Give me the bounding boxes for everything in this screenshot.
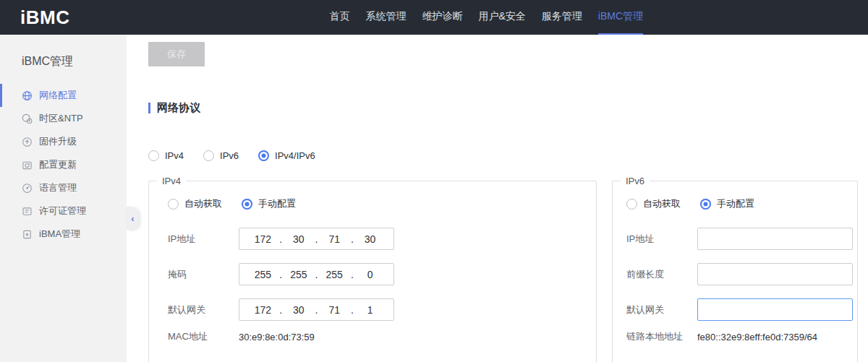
octet[interactable]: 255 <box>286 269 310 280</box>
octet-separator: . <box>275 304 286 316</box>
nav-item-maintenance[interactable]: 维护诊断 <box>422 0 462 35</box>
radio-ipv4[interactable]: IPv4 <box>148 150 184 161</box>
octet-separator: . <box>346 233 358 245</box>
ipv4-auto-radio[interactable]: 自动获取 <box>168 197 222 210</box>
network-icon <box>22 90 33 101</box>
ipv4-panel-legend: IPv4 <box>157 176 186 186</box>
nav-item-home[interactable]: 首页 <box>329 0 349 35</box>
top-nav-menu: 首页 系统管理 维护诊断 用户&安全 服务管理 iBMC管理 <box>321 0 651 35</box>
sidebar-item-language-management[interactable]: 语言管理 <box>0 176 127 199</box>
octet[interactable]: 30 <box>358 233 382 245</box>
octet-separator: . <box>275 233 286 245</box>
section-header: 网络协议 <box>148 101 868 115</box>
ipv4-mask-row: 掩码 255 . 255 . 255 . 0 <box>168 263 596 285</box>
language-icon <box>22 183 33 194</box>
ipv6-prefix-row: 前缀长度 <box>626 263 857 285</box>
sidebar-item-firmware-upgrade[interactable]: 固件升级 <box>0 130 127 153</box>
radio-circle-icon[interactable] <box>203 150 214 161</box>
sidebar-item-label: 固件升级 <box>39 135 77 148</box>
octet[interactable]: 255 <box>251 269 275 280</box>
ipv6-gateway-row: 默认网关 <box>626 298 857 321</box>
sidebar-item-ibma-management[interactable]: iBMA管理 <box>0 223 127 246</box>
radio-ipv6[interactable]: IPv6 <box>203 150 239 161</box>
nav-item-user-security[interactable]: 用户&安全 <box>478 0 525 35</box>
ipv6-manual-label: 手动配置 <box>717 197 754 210</box>
ipv4-gateway-input[interactable]: 172 . 30 . 71 . 1 <box>239 298 394 321</box>
sidebar-menu: 网络配置 时区&NTP 固件升级 <box>0 84 127 246</box>
ipv6-link-local-row: 链路本地地址 fe80::32e9:8eff:fe0d:7359/64 <box>626 330 857 343</box>
ipv4-mac-row: MAC地址 30:e9:8e:0d:73:59 <box>168 330 596 343</box>
timezone-icon <box>22 113 33 124</box>
octet-separator: . <box>346 269 358 280</box>
protocol-panels: IPv4 自动获取 手动配置 IP地址 <box>148 181 868 362</box>
sidebar-item-license-management[interactable]: 许可证管理 <box>0 199 127 223</box>
octet[interactable]: 255 <box>323 269 346 280</box>
ipv6-link-local-value: fe80::32e9:8eff:fe0d:7359/64 <box>697 332 817 342</box>
ipv4-mask-label: 掩码 <box>168 268 239 281</box>
radio-circle-checked-icon[interactable] <box>258 150 269 161</box>
radio-circle-checked-icon[interactable] <box>242 199 252 210</box>
octet[interactable]: 30 <box>286 233 310 245</box>
ipv4-mode-radio-group: 自动获取 手动配置 <box>168 197 596 210</box>
firmware-upgrade-icon <box>22 137 33 147</box>
octet[interactable]: 0 <box>358 269 382 280</box>
sidebar-collapse-button[interactable]: ‹ <box>127 207 139 230</box>
ipv4-gateway-row: 默认网关 172 . 30 . 71 . 1 <box>168 298 596 321</box>
ipv6-gateway-label: 默认网关 <box>626 303 697 316</box>
sidebar-item-label: 许可证管理 <box>39 204 86 217</box>
ipv6-ip-row: IP地址 <box>626 228 857 250</box>
ipv6-mode-radio-group: 自动获取 手动配置 <box>626 197 857 210</box>
ipv6-prefix-label: 前缀长度 <box>626 268 697 281</box>
octet[interactable]: 172 <box>251 233 275 245</box>
ipv4-manual-radio[interactable]: 手动配置 <box>242 197 296 210</box>
radio-ipv4-ipv6[interactable]: IPv4/IPv6 <box>258 150 315 161</box>
sidebar-item-label: 语言管理 <box>39 181 77 194</box>
octet-separator: . <box>310 304 322 316</box>
octet-separator: . <box>310 269 322 280</box>
ipv4-gateway-label: 默认网关 <box>168 303 239 316</box>
sidebar-title: iBMC管理 <box>0 35 127 69</box>
main-content: 保存 网络协议 IPv4 IPv6 IPv4/IPv6 IPv4 <box>127 35 868 362</box>
sidebar-item-network-config[interactable]: 网络配置 <box>0 84 127 107</box>
ipv4-mac-label: MAC地址 <box>168 330 239 343</box>
sidebar-item-timezone-ntp[interactable]: 时区&NTP <box>0 107 127 130</box>
radio-circle-icon[interactable] <box>626 199 637 210</box>
radio-circle-checked-icon[interactable] <box>700 199 711 210</box>
ipv4-mac-value: 30:e9:8e:0d:73:59 <box>239 332 315 342</box>
nav-item-system[interactable]: 系统管理 <box>365 0 406 35</box>
octet[interactable]: 71 <box>323 304 346 316</box>
brand-logo: iBMC <box>20 7 69 29</box>
ipv6-link-local-label: 链路本地地址 <box>626 330 697 343</box>
octet-separator: . <box>275 269 286 280</box>
ipv6-ip-input[interactable] <box>697 228 853 250</box>
ipv6-auto-radio[interactable]: 自动获取 <box>626 197 681 210</box>
license-icon <box>22 206 33 217</box>
radio-ipv4-label: IPv4 <box>165 150 184 161</box>
sidebar-item-config-update[interactable]: 配置更新 <box>0 153 127 176</box>
octet-separator: . <box>310 233 322 245</box>
ibma-icon <box>22 229 33 240</box>
sidebar-item-label: iBMA管理 <box>39 228 80 241</box>
octet[interactable]: 30 <box>286 304 310 316</box>
sidebar-item-label: 时区&NTP <box>39 112 83 125</box>
ipv4-ip-input[interactable]: 172 . 30 . 71 . 30 <box>239 228 394 250</box>
ipv4-mask-input[interactable]: 255 . 255 . 255 . 0 <box>239 263 394 285</box>
ipv6-auto-label: 自动获取 <box>643 197 681 210</box>
radio-ipv6-label: IPv6 <box>220 150 239 161</box>
ipv6-manual-radio[interactable]: 手动配置 <box>700 197 754 210</box>
octet[interactable]: 1 <box>358 304 382 316</box>
radio-circle-icon[interactable] <box>168 199 179 210</box>
ipv4-auto-label: 自动获取 <box>184 197 222 210</box>
ipv6-ip-label: IP地址 <box>626 233 697 246</box>
nav-item-ibmc-management[interactable]: iBMC管理 <box>598 0 643 35</box>
ipv4-panel: IPv4 自动获取 手动配置 IP地址 <box>148 181 597 362</box>
save-button[interactable]: 保存 <box>148 42 205 66</box>
ipv6-prefix-input[interactable] <box>697 263 853 285</box>
nav-item-services[interactable]: 服务管理 <box>542 0 582 35</box>
ipv4-manual-label: 手动配置 <box>258 197 296 210</box>
octet[interactable]: 71 <box>323 233 346 245</box>
config-update-icon <box>22 160 33 171</box>
octet[interactable]: 172 <box>251 304 275 316</box>
ipv6-gateway-input[interactable] <box>697 298 853 321</box>
radio-circle-icon[interactable] <box>148 150 159 161</box>
